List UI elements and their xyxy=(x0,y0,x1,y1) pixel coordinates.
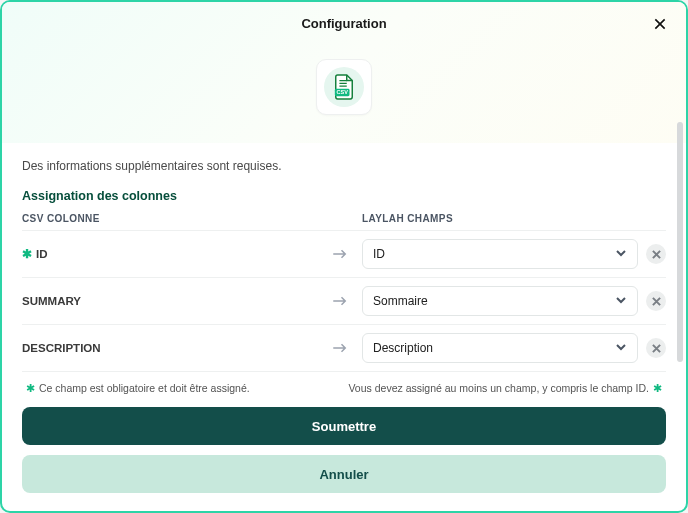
star-icon: ✱ xyxy=(26,382,35,394)
field-select-value: ID xyxy=(373,247,385,261)
cancel-button[interactable]: Annuler xyxy=(22,455,666,493)
mapping-rows: ✱ ID ID SUMMARY xyxy=(22,230,666,372)
csv-column-label: ID xyxy=(36,248,48,260)
arrow-icon xyxy=(326,341,354,355)
hint-footer: ✱Ce champ est obligatoire et doit être a… xyxy=(22,372,666,397)
column-headers: CSV COLONNE LAYLAH CHAMPS xyxy=(22,213,666,224)
csv-column-name: ✱ ID xyxy=(22,248,326,260)
hint-left: ✱Ce champ est obligatoire et doit être a… xyxy=(22,382,250,394)
field-select-value: Sommaire xyxy=(373,294,428,308)
scrollbar[interactable] xyxy=(677,122,683,362)
field-select[interactable]: ID xyxy=(362,239,638,269)
mapping-row: DESCRIPTION Description xyxy=(22,325,666,372)
hint-right: Vous devez assigné au moins un champ, y … xyxy=(348,382,666,394)
field-select[interactable]: Sommaire xyxy=(362,286,638,316)
csv-column-name: SUMMARY xyxy=(22,295,326,307)
submit-button[interactable]: Soumettre xyxy=(22,407,666,445)
modal-body[interactable]: Des informations supplémentaires sont re… xyxy=(2,143,686,397)
clear-field-button[interactable] xyxy=(646,244,666,264)
csv-file-icon: CSV xyxy=(324,67,364,107)
chevron-down-icon xyxy=(615,247,627,262)
csv-column-label: SUMMARY xyxy=(22,295,81,307)
x-icon xyxy=(652,297,661,306)
modal-header: Configuration CSV xyxy=(2,2,686,143)
modal-footer: Soumettre Annuler xyxy=(2,397,686,511)
chevron-down-icon xyxy=(615,341,627,356)
csv-column-name: DESCRIPTION xyxy=(22,342,326,354)
file-type-badge: CSV xyxy=(316,59,372,115)
chevron-down-icon xyxy=(615,294,627,309)
close-icon xyxy=(652,16,668,32)
clear-field-button[interactable] xyxy=(646,338,666,358)
csv-column-header: CSV COLONNE xyxy=(22,213,326,224)
csv-column-label: DESCRIPTION xyxy=(22,342,101,354)
star-icon: ✱ xyxy=(653,382,662,394)
close-button[interactable] xyxy=(650,14,670,34)
mapping-row: SUMMARY Sommaire xyxy=(22,278,666,325)
clear-field-button[interactable] xyxy=(646,291,666,311)
field-select-value: Description xyxy=(373,341,433,355)
mapping-row: ✱ ID ID xyxy=(22,231,666,278)
field-select[interactable]: Description xyxy=(362,333,638,363)
x-icon xyxy=(652,250,661,259)
section-title: Assignation des colonnes xyxy=(22,189,666,203)
x-icon xyxy=(652,344,661,353)
arrow-icon xyxy=(326,247,354,261)
field-column-header: LAYLAH CHAMPS xyxy=(326,213,666,224)
svg-text:CSV: CSV xyxy=(337,89,349,95)
modal-title: Configuration xyxy=(2,16,686,31)
configuration-modal: Configuration CSV Des informations suppl… xyxy=(0,0,688,513)
info-subtext: Des informations supplémentaires sont re… xyxy=(22,159,666,173)
arrow-icon xyxy=(326,294,354,308)
required-star-icon: ✱ xyxy=(22,248,32,260)
